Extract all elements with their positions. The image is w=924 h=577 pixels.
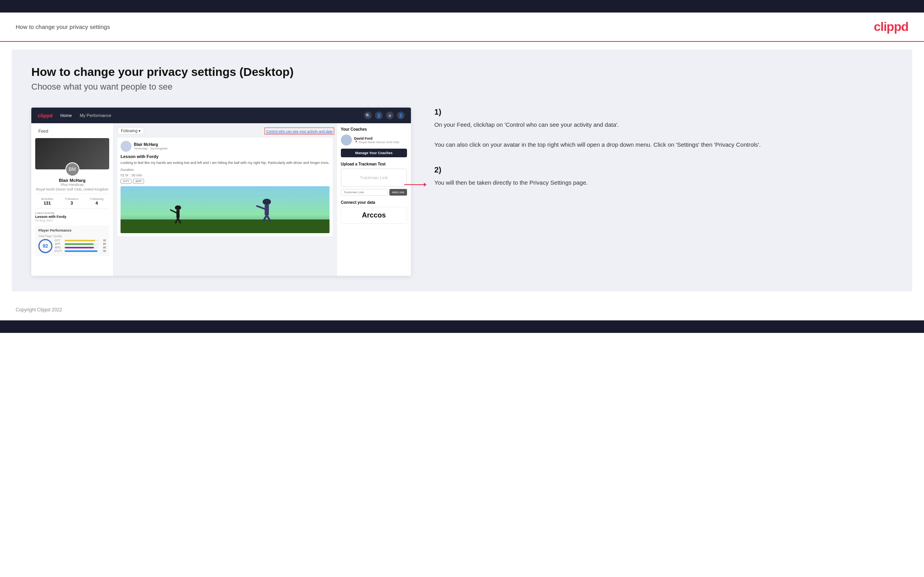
instruction-1-text: On your Feed, click/tap on 'Control who … bbox=[434, 120, 893, 150]
latest-activity-date: 03 Aug 2022 bbox=[35, 219, 109, 222]
following-button[interactable]: Following ▾ bbox=[117, 127, 144, 135]
profile-name: Blair McHarg bbox=[35, 178, 109, 183]
coach-name: David Ford bbox=[354, 137, 399, 140]
stat-activities-label: Activities bbox=[41, 197, 54, 201]
trackman-title: Upload a Trackman Test bbox=[341, 162, 407, 166]
instruction-2-text: You will then be taken directly to the P… bbox=[434, 178, 893, 188]
player-performance: Player Performance Total Player Quality … bbox=[35, 225, 109, 256]
trackman-input-row: Add Link bbox=[341, 189, 407, 196]
tag-app: APP bbox=[133, 179, 144, 184]
svg-rect-2 bbox=[121, 194, 330, 219]
stat-following-value: 4 bbox=[95, 201, 98, 205]
copyright: Copyright Clippd 2022 bbox=[16, 307, 62, 313]
coach-row: David Ford 📍 Royal North Devon Golf Club bbox=[341, 135, 407, 146]
profile-sub2: Royal North Devon Golf Club, United King… bbox=[35, 187, 109, 191]
svg-rect-1 bbox=[121, 219, 330, 233]
coach-avatar bbox=[341, 135, 352, 146]
post-location: Yesterday · Sunningdale bbox=[134, 147, 168, 150]
quality-bars: OTT 90 APP 85 bbox=[55, 239, 106, 253]
nav-home[interactable]: Home bbox=[60, 113, 72, 118]
profile-sub1: Plus Handicap bbox=[35, 183, 109, 187]
quality-score: 92 bbox=[38, 239, 52, 253]
svg-point-3 bbox=[175, 205, 181, 210]
post-image bbox=[121, 186, 330, 233]
instruction-1-number: 1) bbox=[434, 108, 893, 117]
app-sidebar: Feed BM Blair McHarg Plus Handicap Royal… bbox=[31, 123, 113, 276]
main-content: How to change your privacy settings (Des… bbox=[12, 50, 912, 291]
profile-image-area: BM bbox=[35, 138, 109, 169]
post-description: Looking to feel like my hands are exitin… bbox=[121, 160, 330, 165]
bar-ott: OTT 90 bbox=[55, 239, 106, 242]
stat-followers-label: Followers bbox=[65, 197, 78, 201]
stat-following-label: Following bbox=[90, 197, 103, 201]
app-body: Feed BM Blair McHarg Plus Handicap Royal… bbox=[31, 123, 411, 276]
top-bar bbox=[0, 0, 924, 13]
post-duration-label: Duration bbox=[121, 168, 330, 172]
instruction-1: 1) On your Feed, click/tap on 'Control w… bbox=[434, 108, 893, 150]
post-tags: OTT APP bbox=[121, 179, 330, 184]
demo-instructions-layout: clippd Home My Performance 🔍 👤 ⊕ 👤 Feed bbox=[31, 108, 893, 276]
app-nav-right: 🔍 👤 ⊕ 👤 bbox=[364, 111, 405, 119]
control-link-wrapper: Control who can see your activity and da… bbox=[266, 129, 333, 133]
clippd-logo: clippd bbox=[874, 20, 908, 34]
post-duration-value: 01 hr : 30 min bbox=[121, 173, 330, 177]
post-card: Blair McHarg Yesterday · Sunningdale Les… bbox=[117, 138, 333, 236]
tag-ott: OTT bbox=[121, 179, 131, 184]
player-perf-title: Player Performance bbox=[38, 228, 106, 232]
header: How to change your privacy settings clip… bbox=[0, 13, 924, 42]
stat-followers-value: 3 bbox=[70, 201, 73, 205]
nav-my-performance[interactable]: My Performance bbox=[80, 113, 112, 118]
red-arrow bbox=[404, 183, 427, 187]
post-header: Blair McHarg Yesterday · Sunningdale bbox=[121, 141, 330, 152]
latest-activity-label: Latest Activity bbox=[35, 211, 109, 215]
app-nav: clippd Home My Performance 🔍 👤 ⊕ 👤 bbox=[31, 108, 411, 123]
app-feed: Following ▾ Control who can see your act… bbox=[113, 123, 337, 276]
location-icon[interactable]: ⊕ bbox=[386, 111, 394, 119]
search-icon[interactable]: 🔍 bbox=[364, 111, 372, 119]
latest-activity-name: Lesson with Fordy bbox=[35, 215, 109, 219]
page-heading: How to change your privacy settings (Des… bbox=[31, 65, 893, 79]
header-title: How to change your privacy settings bbox=[16, 23, 110, 30]
avatar-icon[interactable]: 👤 bbox=[397, 111, 405, 119]
app-nav-logo: clippd bbox=[38, 113, 52, 119]
footer: Copyright Clippd 2022 bbox=[0, 299, 924, 320]
stat-following: Following 4 bbox=[90, 197, 103, 205]
svg-rect-4 bbox=[177, 210, 180, 218]
svg-point-8 bbox=[263, 199, 271, 205]
arccos-logo: Arccos bbox=[341, 207, 407, 224]
instruction-2-number: 2) bbox=[434, 165, 893, 174]
stat-activities: Activities 131 bbox=[41, 197, 54, 205]
stat-followers: Followers 3 bbox=[65, 197, 78, 205]
trackman-input[interactable] bbox=[341, 189, 388, 196]
coach-club: 📍 Royal North Devon Golf Club bbox=[354, 140, 399, 144]
person-icon[interactable]: 👤 bbox=[375, 111, 383, 119]
quality-row: 92 OTT 90 APP bbox=[38, 239, 106, 253]
demo-wrapper: clippd Home My Performance 🔍 👤 ⊕ 👤 Feed bbox=[31, 108, 411, 276]
stats-row: Activities 131 Followers 3 Following 4 bbox=[35, 197, 109, 205]
stat-activities-value: 131 bbox=[43, 201, 50, 205]
bottom-bar bbox=[0, 320, 924, 333]
connect-title: Connect your data bbox=[341, 200, 407, 205]
bar-arg: ARG 86 bbox=[55, 246, 106, 249]
trackman-section: Upload a Trackman Test Trackman Link Add… bbox=[341, 162, 407, 196]
feed-header: Following ▾ Control who can see your act… bbox=[117, 127, 333, 135]
coaches-section: Your Coaches David Ford 📍 Royal North De… bbox=[341, 127, 407, 157]
connect-section: Connect your data Arccos bbox=[341, 200, 407, 224]
add-link-button[interactable]: Add Link bbox=[389, 189, 407, 196]
app-right-panel: Your Coaches David Ford 📍 Royal North De… bbox=[337, 123, 411, 276]
instruction-2: 2) You will then be taken directly to th… bbox=[434, 165, 893, 188]
instructions: 1) On your Feed, click/tap on 'Control w… bbox=[427, 108, 893, 203]
svg-rect-9 bbox=[265, 205, 269, 215]
coaches-title: Your Coaches bbox=[341, 127, 407, 131]
post-title: Lesson with Fordy bbox=[121, 154, 330, 159]
manage-coaches-button[interactable]: Manage Your Coaches bbox=[341, 149, 407, 157]
avatar: BM bbox=[65, 162, 79, 176]
page-subheading: Choose what you want people to see bbox=[31, 82, 893, 92]
feed-tab[interactable]: Feed bbox=[35, 127, 109, 135]
golf-scene bbox=[121, 186, 330, 233]
bar-app: APP 85 bbox=[55, 243, 106, 245]
bar-putt: PUTT 96 bbox=[55, 250, 106, 252]
control-privacy-link[interactable]: Control who can see your activity and da… bbox=[266, 129, 333, 133]
post-author: Blair McHarg bbox=[134, 142, 168, 147]
trackman-placeholder-box: Trackman Link bbox=[341, 169, 407, 187]
